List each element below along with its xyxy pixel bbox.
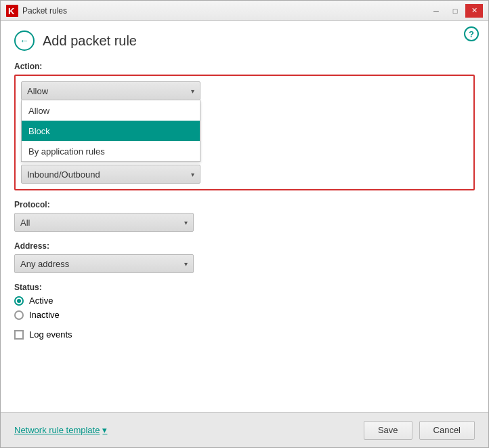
status-label: Status:	[14, 283, 475, 292]
status-inactive-item[interactable]: Inactive	[14, 310, 475, 320]
direction-value: Inbound/Outbound	[27, 169, 100, 180]
address-value: Any address	[20, 259, 69, 269]
action-selected-value: Allow	[27, 86, 48, 96]
restore-button[interactable]: □	[446, 4, 464, 18]
footer: Network rule template ▾ Save Cancel	[1, 412, 488, 447]
minimize-button[interactable]: ─	[427, 4, 445, 18]
address-field-group: Address: Any address ▾	[14, 241, 475, 273]
action-field-group: Action: Allow ▾ Allow Block	[14, 62, 475, 190]
log-events-checkbox[interactable]	[14, 330, 24, 340]
content-area: ← Add packet rule Action: Allow ▾ Allow	[1, 21, 488, 412]
titlebar-buttons: ─ □ ✕	[427, 4, 483, 18]
address-select[interactable]: Any address ▾	[14, 254, 194, 273]
network-rule-template-link[interactable]: Network rule template ▾	[14, 425, 107, 435]
protocol-field-group: Protocol: All ▾	[14, 200, 475, 232]
direction-select[interactable]: Inbound/Outbound ▾	[21, 165, 200, 184]
action-option-block[interactable]: Block	[22, 121, 200, 141]
titlebar-left: K Packet rules	[6, 5, 67, 17]
direction-arrow: ▾	[191, 171, 194, 178]
action-option-by-app-rules[interactable]: By application rules	[22, 141, 200, 161]
header-row: ← Add packet rule	[14, 30, 475, 51]
log-events-item[interactable]: Log events	[14, 329, 475, 340]
protocol-value: All	[20, 218, 30, 228]
form-section: Action: Allow ▾ Allow Block	[14, 62, 475, 412]
action-option-allow[interactable]: Allow	[22, 100, 200, 121]
status-radio-group: Active Inactive	[14, 296, 475, 320]
status-inactive-label: Inactive	[29, 310, 60, 320]
titlebar: K Packet rules ─ □ ✕	[1, 1, 488, 21]
status-active-label: Active	[29, 296, 53, 306]
close-button[interactable]: ✕	[465, 4, 483, 18]
action-dropdown-list: Allow Block By application rules	[21, 100, 200, 162]
address-label: Address:	[14, 241, 475, 251]
cancel-button[interactable]: Cancel	[419, 421, 475, 440]
footer-buttons: Save Cancel	[364, 421, 475, 440]
status-inactive-radio[interactable]	[14, 310, 24, 320]
log-events-label: Log events	[29, 329, 72, 340]
svg-text:K: K	[8, 6, 15, 16]
protocol-select[interactable]: All ▾	[14, 213, 194, 232]
action-label: Action:	[14, 62, 475, 71]
kaspersky-logo: K	[6, 5, 18, 17]
action-dropdown-arrow: ▾	[191, 87, 194, 95]
address-arrow: ▾	[184, 260, 188, 268]
protocol-label: Protocol:	[14, 200, 475, 209]
status-active-item[interactable]: Active	[14, 296, 475, 306]
page-title: Add packet rule	[43, 33, 137, 49]
back-button[interactable]: ←	[14, 30, 35, 51]
status-field-group: Status: Active Inactive	[14, 283, 475, 320]
help-icon[interactable]: ?	[464, 26, 479, 41]
save-button[interactable]: Save	[364, 421, 412, 440]
titlebar-title: Packet rules	[22, 6, 67, 16]
action-select[interactable]: Allow ▾	[21, 81, 200, 100]
window: K Packet rules ─ □ ✕ ? ← Add packet rule…	[0, 0, 489, 448]
protocol-arrow: ▾	[184, 219, 188, 226]
status-active-radio[interactable]	[14, 296, 24, 306]
action-box: Allow ▾ Allow Block By application rules	[14, 75, 475, 190]
